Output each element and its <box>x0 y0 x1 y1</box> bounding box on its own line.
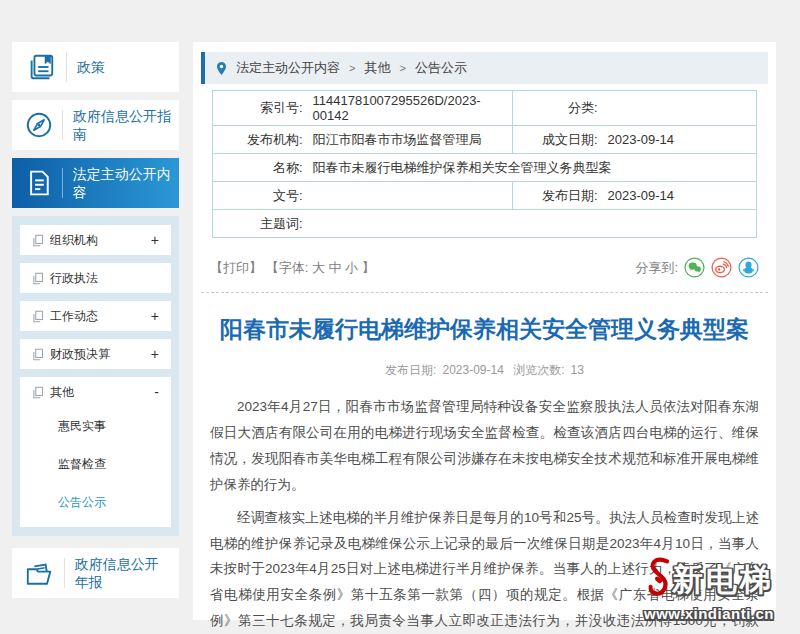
share-controls: 分享到: <box>635 257 759 278</box>
issuing-agency-label: 发布机构: <box>213 126 308 154</box>
document-icon <box>24 169 54 197</box>
table-row: 名称: 阳春市未履行电梯维护保养相关安全管理义务典型案 <box>213 154 757 182</box>
main-panel: 法定主动公开内容 > 其他 > 公告公示 索引号: 11441781007295… <box>193 42 776 620</box>
dotted-divider <box>201 292 768 293</box>
collapse-minus-icon[interactable]: - <box>154 384 159 400</box>
keywords-label: 主题词: <box>213 210 308 238</box>
breadcrumb-item-statutory[interactable]: 法定主动公开内容 <box>236 59 340 77</box>
sidebar-item-public-announcements[interactable]: 公告公示 <box>20 483 171 521</box>
font-size-suffix: 】 <box>362 260 375 275</box>
publish-date-label: 发布日期: <box>513 182 603 210</box>
breadcrumb-item-other[interactable]: 其他 <box>364 59 390 77</box>
category-value <box>603 91 757 126</box>
weibo-icon[interactable] <box>711 257 732 278</box>
sidebar-item-label: 政策 <box>77 58 105 76</box>
submenu-label: 财政预决算 <box>50 346 110 363</box>
table-row: 索引号: 11441781007295526D/2023-00142 分类: <box>213 91 757 126</box>
article-paragraph: 2023年4月27日，阳春市市场监督管理局特种设备安全监察股执法人员依法对阳春东… <box>210 394 759 498</box>
article-meta: 发布日期:2023-09-14 浏览次数:13 <box>193 362 776 379</box>
page-icon <box>32 386 44 399</box>
expand-plus-icon[interactable]: + <box>151 346 159 362</box>
breadcrumb: 法定主动公开内容 > 其他 > 公告公示 <box>201 52 768 84</box>
sidebar-item-statutory-disclosure[interactable]: 法定主动公开内容 <box>12 158 179 208</box>
written-date-label: 成文日期: <box>513 126 603 154</box>
written-date-value: 2023-09-14 <box>603 126 757 154</box>
submenu-label: 工作动态 <box>50 308 98 325</box>
sidebar-item-gov-info-guide[interactable]: 政府信息公开指南 <box>12 100 179 150</box>
publish-date-caption: 发布日期: <box>385 363 436 377</box>
sidebar-item-annual-report[interactable]: 政府信息公开年报 <box>12 548 179 598</box>
book-icon <box>24 52 58 82</box>
sidebar-item-fiscal-budget[interactable]: 财政预决算 + <box>20 339 171 369</box>
share-label: 分享到: <box>635 259 678 277</box>
print-font-controls: 【打印】 【字体: 大 中 小 】 <box>210 259 375 277</box>
page-icon <box>32 272 44 285</box>
publish-date: 2023-09-14 <box>442 363 503 377</box>
article-toolbar: 【打印】 【字体: 大 中 小 】 分享到: <box>210 257 759 278</box>
font-size-large-button[interactable]: 大 <box>312 260 325 275</box>
sidebar-item-work-updates[interactable]: 工作动态 + <box>20 301 171 331</box>
open-folder-icon <box>24 558 56 588</box>
page-icon <box>32 234 44 247</box>
sidebar-item-label: 法定主动公开内容 <box>73 165 171 201</box>
font-size-medium-button[interactable]: 中 <box>329 260 342 275</box>
breadcrumb-separator: > <box>399 62 405 74</box>
doc-number-value <box>308 182 513 210</box>
sidebar-item-other[interactable]: 其他 - <box>20 377 171 407</box>
watermark-url: www.xindianti.cn <box>624 605 794 622</box>
sidebar-item-supervision-inspection[interactable]: 监督检查 <box>20 445 171 483</box>
issuing-agency-value: 阳江市阳春市市场监督管理局 <box>308 126 513 154</box>
page-icon <box>32 310 44 323</box>
font-size-prefix: 【字体: <box>266 260 309 275</box>
index-number-value: 11441781007295526D/2023-00142 <box>308 91 513 126</box>
table-row: 发布机构: 阳江市阳春市市场监督管理局 成文日期: 2023-09-14 <box>213 126 757 154</box>
qq-icon[interactable] <box>738 257 759 278</box>
breadcrumb-separator: > <box>349 62 355 74</box>
divider <box>62 110 63 140</box>
wechat-icon[interactable] <box>684 257 705 278</box>
article-title: 阳春市未履行电梯维护保养相关安全管理义务典型案 <box>213 314 756 345</box>
doc-number-label: 文号: <box>213 182 308 210</box>
sidebar-item-organization[interactable]: 组织机构 + <box>20 225 171 255</box>
sidebar: 政策 政府信息公开指南 法定主动公开内容 <box>12 42 179 606</box>
sidebar-item-label: 政府信息公开指南 <box>73 107 171 143</box>
watermark-brand-row: 新电梯 <box>624 555 794 603</box>
views-count: 13 <box>571 363 584 377</box>
sidebar-item-law-enforcement[interactable]: 行政执法 <box>20 263 171 293</box>
expand-plus-icon[interactable]: + <box>151 232 159 248</box>
submenu-label: 组织机构 <box>50 232 98 249</box>
divider <box>66 52 67 82</box>
sidebar-item-huimin-shishi[interactable]: 惠民实事 <box>20 407 171 445</box>
category-label: 分类: <box>513 91 603 126</box>
location-pin-icon <box>215 61 228 76</box>
sidebar-item-label: 政府信息公开年报 <box>75 555 171 591</box>
name-label: 名称: <box>213 154 308 182</box>
submenu-label: 其他 <box>50 384 74 401</box>
document-meta-table: 索引号: 11441781007295526D/2023-00142 分类: 发… <box>212 90 757 238</box>
table-row: 文号: 发布日期: 2023-09-14 <box>213 182 757 210</box>
views-caption: 浏览次数: <box>513 363 564 377</box>
sidebar-item-policy[interactable]: 政策 <box>12 42 179 92</box>
page-icon <box>32 348 44 361</box>
watermark-logo: 新电梯 www.xindianti.cn <box>624 555 794 622</box>
publish-date-value: 2023-09-14 <box>603 182 757 210</box>
brand-8-icon <box>644 555 672 603</box>
watermark-brand-text: 新电梯 <box>672 564 774 595</box>
sidebar-group-other: 其他 - 惠民实事 监督检查 公告公示 <box>20 377 171 527</box>
submenu-label: 行政执法 <box>50 270 98 287</box>
divider <box>64 558 65 588</box>
expand-plus-icon[interactable]: + <box>151 308 159 324</box>
index-number-label: 索引号: <box>213 91 308 126</box>
compass-icon <box>24 110 54 140</box>
table-row: 主题词: <box>213 210 757 238</box>
breadcrumb-item-current: 公告公示 <box>415 59 467 77</box>
name-value: 阳春市未履行电梯维护保养相关安全管理义务典型案 <box>308 154 757 182</box>
print-button[interactable]: 【打印】 <box>210 260 262 275</box>
font-size-small-button[interactable]: 小 <box>345 260 358 275</box>
keywords-value <box>308 210 757 238</box>
divider <box>62 168 63 198</box>
sidebar-submenu: 组织机构 + 行政执法 工作动态 + <box>12 216 179 536</box>
